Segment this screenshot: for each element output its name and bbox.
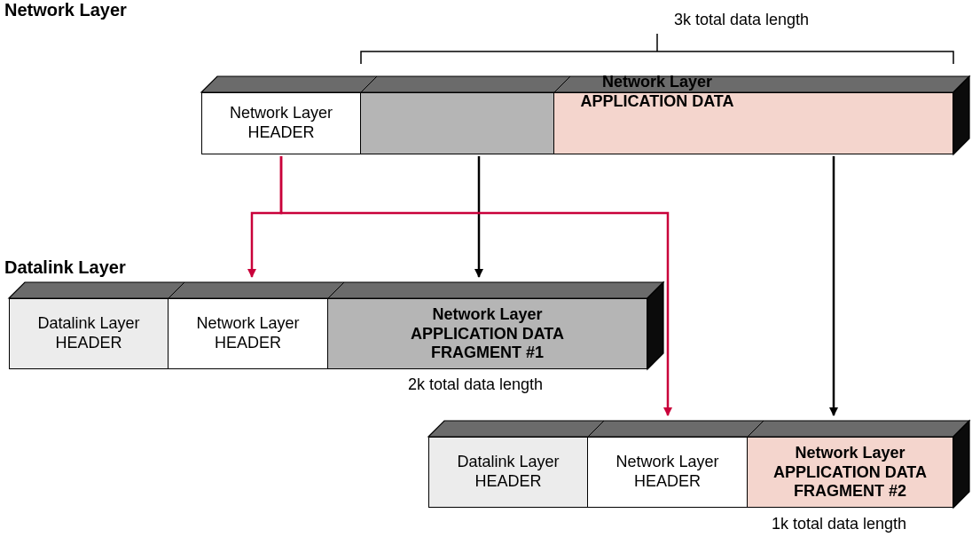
frag1-seg-nl-header-label: Network Layer HEADER xyxy=(169,314,327,352)
top-seg-nl-header: Network Layer HEADER xyxy=(201,92,361,154)
frag1-seg-appdata: Network Layer APPLICATION DATA FRAGMENT … xyxy=(328,298,647,369)
heading-network-layer: Network Layer xyxy=(4,0,127,20)
frag2-seg-dl-header-label: Datalink Layer HEADER xyxy=(429,453,587,491)
heading-datalink-layer: Datalink Layer xyxy=(4,257,126,278)
diagram-stage: { "headings": { "network_layer": "Networ… xyxy=(0,0,980,545)
svg-line-11 xyxy=(748,421,764,437)
frag2-seg-appdata: Network Layer APPLICATION DATA FRAGMENT … xyxy=(748,437,953,508)
svg-marker-1 xyxy=(953,76,969,154)
svg-marker-4 xyxy=(9,282,663,298)
svg-marker-8 xyxy=(428,421,969,437)
svg-line-10 xyxy=(588,421,604,437)
frag1-seg-dl-header-label: Datalink Layer HEADER xyxy=(10,314,168,352)
svg-line-7 xyxy=(328,282,344,298)
frag2-seg-nl-header-label: Network Layer HEADER xyxy=(588,453,747,491)
annotation-frag2-length: 1k total data length xyxy=(772,515,906,533)
svg-marker-5 xyxy=(647,282,663,369)
frag2-seg-appdata-label: Network Layer APPLICATION DATA FRAGMENT … xyxy=(748,444,953,502)
frag2-seg-dl-header: Datalink Layer HEADER xyxy=(428,437,588,508)
frag1-seg-dl-header: Datalink Layer HEADER xyxy=(9,298,169,369)
frag1-seg-appdata-label: Network Layer APPLICATION DATA FRAGMENT … xyxy=(328,305,647,363)
frag1-seg-nl-header: Network Layer HEADER xyxy=(169,298,328,369)
annotation-frag1-length: 2k total data length xyxy=(408,375,543,394)
annotation-top-length: 3k total data length xyxy=(674,11,809,29)
svg-line-6 xyxy=(169,282,184,298)
svg-marker-9 xyxy=(953,421,969,508)
top-seg-appdata-label: Network Layer APPLICATION DATA xyxy=(361,61,953,123)
frag2-seg-nl-header: Network Layer HEADER xyxy=(588,437,748,508)
top-seg-nl-header-label: Network Layer HEADER xyxy=(202,104,360,142)
